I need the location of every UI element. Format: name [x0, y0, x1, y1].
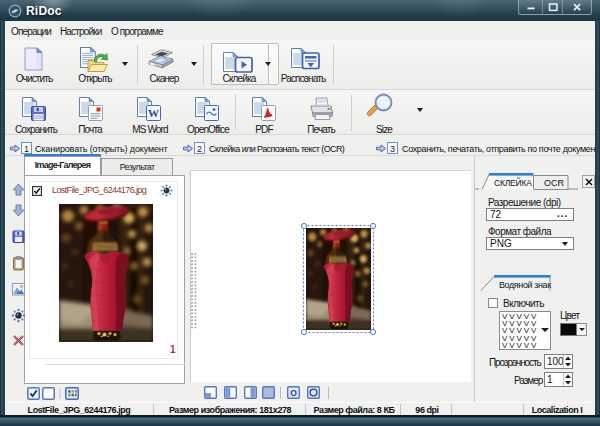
svg-text:Водяной знак: Водяной знак — [499, 280, 551, 290]
svg-text:OCR: OCR — [544, 178, 565, 188]
svg-text:O: O — [290, 388, 297, 398]
svg-text:W: W — [148, 107, 159, 119]
svg-text:СКЛЕЙКА: СКЛЕЙКА — [494, 177, 532, 188]
